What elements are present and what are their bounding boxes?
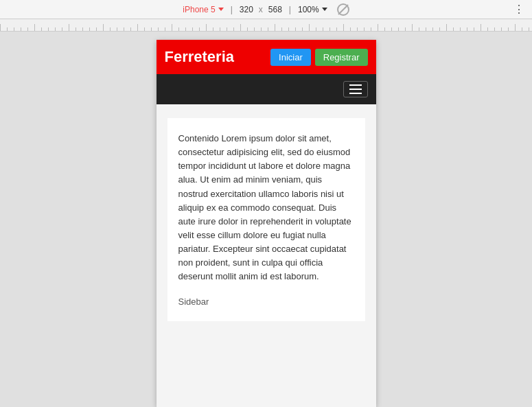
main-area: Ferreteria Iniciar Registrar Contenido L… <box>0 32 532 407</box>
dimension-x: x <box>259 5 263 14</box>
ruler-marks <box>0 19 532 31</box>
sidebar-label: Sidebar <box>178 296 209 307</box>
zoom-level: 100% <box>298 5 319 14</box>
zoom-chevron-icon <box>322 8 327 11</box>
content-card: Contenido Lorem ipsum dolor sit amet, co… <box>167 118 365 321</box>
hamburger-menu-button[interactable] <box>343 81 368 97</box>
toolbar-separator2: | <box>289 5 291 14</box>
header-buttons: Iniciar Registrar <box>270 49 367 66</box>
device-chevron-icon <box>218 8 224 11</box>
device-name: iPhone 5 <box>183 5 215 14</box>
toolbar-separator: | <box>231 5 233 14</box>
more-options-icon[interactable]: ⋮ <box>513 3 525 16</box>
content-text: Contenido Lorem ipsum dolor sit amet, co… <box>178 132 354 284</box>
top-toolbar: iPhone 5 | 320 x 568 | 100% ⋮ <box>0 0 532 19</box>
no-icon <box>337 3 349 16</box>
phone-frame: Ferreteria Iniciar Registrar Contenido L… <box>157 40 376 407</box>
device-width: 320 <box>240 5 253 14</box>
device-height: 568 <box>268 5 282 14</box>
iniciar-button[interactable]: Iniciar <box>270 49 311 66</box>
site-content: Contenido Lorem ipsum dolor sit amet, co… <box>157 104 376 407</box>
hamburger-line-2 <box>349 89 362 90</box>
hamburger-line-3 <box>349 93 362 94</box>
site-header: Ferreteria Iniciar Registrar <box>157 40 376 74</box>
ruler <box>0 19 532 32</box>
device-selector[interactable]: iPhone 5 <box>183 5 223 14</box>
zoom-selector[interactable]: 100% <box>298 5 327 14</box>
hamburger-line-1 <box>349 84 362 86</box>
site-title: Ferreteria <box>165 48 235 66</box>
registrar-button[interactable]: Registrar <box>315 49 368 66</box>
site-nav <box>157 74 376 104</box>
